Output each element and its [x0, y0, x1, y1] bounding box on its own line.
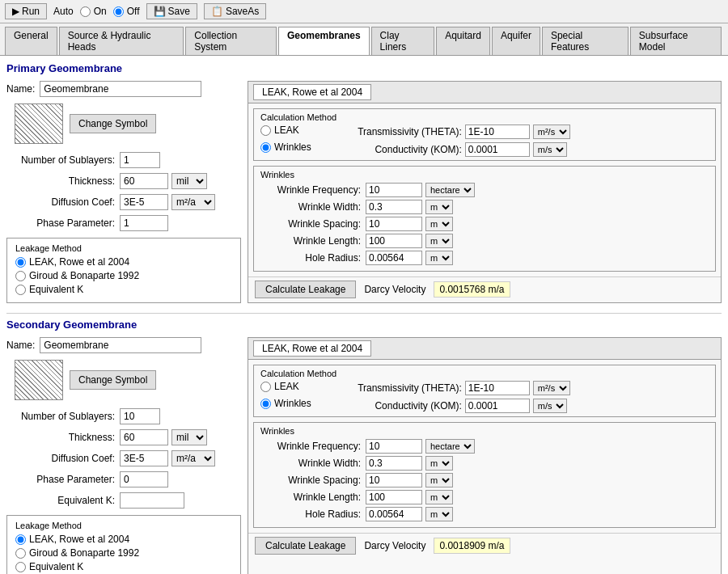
- secondary-phase-input[interactable]: [120, 471, 168, 487]
- secondary-darcy-value: 0.0018909 m/a: [434, 538, 510, 554]
- primary-change-symbol-button[interactable]: Change Symbol: [70, 114, 156, 133]
- secondary-diffusion-input[interactable]: [120, 450, 168, 466]
- primary-hole-radius-input[interactable]: [366, 251, 422, 265]
- tab-aquitard[interactable]: Aquitard: [436, 27, 490, 55]
- primary-length-unit[interactable]: m ft: [425, 234, 453, 248]
- secondary-calc-leak-label: LEAK: [274, 381, 299, 392]
- saveas-button[interactable]: 📋 SaveAs: [204, 3, 266, 19]
- secondary-sublayers-input[interactable]: [120, 408, 160, 424]
- primary-thickness-input[interactable]: [120, 173, 168, 189]
- primary-phase-input[interactable]: [120, 215, 168, 231]
- secondary-calc-wrinkles-radio[interactable]: [260, 399, 271, 409]
- secondary-name-input[interactable]: [40, 337, 201, 353]
- secondary-leakage-method-title: Leakage Method: [15, 521, 232, 530]
- primary-calc-leak-option[interactable]: LEAK: [260, 125, 311, 136]
- primary-name-row: Name:: [6, 81, 241, 97]
- primary-conductivity-unit[interactable]: m/s: [533, 142, 567, 157]
- primary-leak-tab[interactable]: LEAK, Rowe et al 2004: [253, 84, 371, 100]
- primary-diffusion-row: Diffusion Coef: m²/a cm²/s: [6, 194, 241, 210]
- primary-spacing-input[interactable]: [366, 217, 422, 231]
- secondary-spacing-unit[interactable]: m ft: [425, 473, 453, 487]
- primary-width-unit[interactable]: m ft: [425, 200, 453, 214]
- secondary-calc-wrinkles-option[interactable]: Wrinkles: [260, 398, 311, 409]
- secondary-conductivity-unit[interactable]: m/s: [533, 399, 567, 413]
- primary-leak-rowe-radio[interactable]: [15, 257, 26, 268]
- secondary-frequency-unit[interactable]: hectare acre: [425, 439, 475, 454]
- primary-hole-radius-unit[interactable]: m ft: [425, 251, 453, 265]
- primary-calculate-leakage-button[interactable]: Calculate Leakage: [255, 281, 356, 298]
- primary-leak-rowe-option[interactable]: LEAK, Rowe et al 2004: [15, 256, 232, 268]
- secondary-calc-leak-radio[interactable]: [260, 382, 271, 392]
- tab-aquifer[interactable]: Aquifer: [492, 27, 540, 55]
- tab-source-hydraulic[interactable]: Source & Hydraulic Heads: [59, 27, 184, 55]
- secondary-spacing-input[interactable]: [366, 473, 422, 487]
- tab-special-features[interactable]: Special Features: [542, 27, 629, 55]
- primary-giroud-option[interactable]: Giroud & Bonaparte 1992: [15, 270, 232, 281]
- primary-frequency-unit[interactable]: hectare acre: [425, 183, 475, 197]
- secondary-thickness-input[interactable]: [120, 429, 168, 445]
- secondary-giroud-option[interactable]: Giroud & Bonaparte 1992: [15, 547, 232, 559]
- primary-width-row: Wrinkle Width: m ft: [260, 200, 709, 214]
- primary-conductivity-input[interactable]: [465, 142, 530, 157]
- secondary-giroud-radio[interactable]: [15, 548, 26, 559]
- primary-calc-wrinkles-radio[interactable]: [260, 142, 271, 153]
- save-icon: 💾: [154, 6, 166, 17]
- secondary-panel-row: Name: Change Symbol Number of Sublayers:…: [6, 337, 722, 574]
- secondary-hole-radius-input[interactable]: [366, 507, 422, 521]
- primary-transmissivity-input[interactable]: [465, 125, 530, 139]
- primary-calc-wrinkles-option[interactable]: Wrinkles: [260, 141, 311, 153]
- secondary-diffusion-unit[interactable]: m²/a cm²/s: [171, 450, 215, 466]
- secondary-change-symbol-button[interactable]: Change Symbol: [70, 370, 156, 390]
- off-radio[interactable]: [113, 6, 124, 17]
- primary-giroud-radio[interactable]: [15, 271, 26, 281]
- secondary-length-input[interactable]: [366, 490, 422, 504]
- secondary-width-row: Wrinkle Width: m ft: [260, 456, 709, 471]
- secondary-conductivity-input[interactable]: [465, 399, 530, 413]
- primary-section-title: Primary Geomembrane: [6, 62, 722, 74]
- primary-calc-radios: LEAK Wrinkles: [260, 125, 311, 155]
- primary-length-input[interactable]: [366, 234, 422, 248]
- primary-thickness-unit[interactable]: mil mm: [171, 173, 207, 189]
- primary-name-input[interactable]: [40, 81, 201, 97]
- secondary-equivalent-k-option[interactable]: Equivalent K: [15, 561, 232, 572]
- primary-diffusion-unit[interactable]: m²/a cm²/s: [171, 194, 215, 210]
- primary-spacing-unit[interactable]: m ft: [425, 217, 453, 231]
- primary-frequency-input[interactable]: [366, 183, 422, 197]
- secondary-leak-rowe-radio[interactable]: [15, 534, 26, 545]
- secondary-transmissivity-unit[interactable]: m²/s: [533, 381, 570, 395]
- tab-subsurface-model[interactable]: Subsurface Model: [630, 27, 722, 55]
- saveas-icon: 📋: [211, 6, 223, 17]
- secondary-equivalent-k-input[interactable]: [120, 492, 184, 509]
- primary-sublayers-input[interactable]: [120, 152, 160, 168]
- primary-equivalent-k-radio[interactable]: [15, 285, 26, 295]
- save-button[interactable]: 💾 Save: [146, 3, 197, 19]
- primary-diffusion-input[interactable]: [120, 194, 168, 210]
- tab-collection-system[interactable]: Collection System: [185, 27, 277, 55]
- primary-width-input[interactable]: [366, 200, 422, 214]
- primary-calc-leak-radio[interactable]: [260, 125, 271, 136]
- tab-geomembranes[interactable]: Geomembranes: [278, 27, 370, 55]
- tab-general[interactable]: General: [5, 27, 57, 55]
- secondary-hole-radius-unit[interactable]: m ft: [425, 507, 453, 521]
- secondary-equivalent-k-radio[interactable]: [15, 562, 26, 572]
- tab-clay-liners[interactable]: Clay Liners: [371, 27, 435, 55]
- on-radio[interactable]: [80, 6, 91, 17]
- secondary-width-unit[interactable]: m ft: [425, 456, 453, 471]
- secondary-frequency-row: Wrinkle Frequency: hectare acre: [260, 439, 709, 454]
- secondary-calculate-leakage-button[interactable]: Calculate Leakage: [255, 537, 356, 555]
- secondary-frequency-input[interactable]: [366, 439, 422, 454]
- secondary-thickness-unit[interactable]: mil mm: [171, 429, 207, 445]
- primary-thickness-row: Thickness: mil mm: [6, 173, 241, 189]
- secondary-width-input[interactable]: [366, 456, 422, 471]
- run-button[interactable]: ▶ Run: [5, 3, 47, 19]
- primary-equivalent-k-option[interactable]: Equivalent K: [15, 284, 232, 295]
- primary-transmissivity-unit[interactable]: m²/s: [533, 125, 570, 139]
- primary-left-panel: Name: Change Symbol Number of Sublayers:…: [6, 81, 241, 303]
- secondary-transmissivity-input[interactable]: [465, 381, 530, 395]
- off-radio-label[interactable]: Off: [113, 6, 140, 17]
- on-radio-label[interactable]: On: [80, 6, 107, 17]
- secondary-length-unit[interactable]: m ft: [425, 490, 453, 504]
- secondary-leak-rowe-option[interactable]: LEAK, Rowe et al 2004: [15, 534, 232, 545]
- secondary-leak-tab[interactable]: LEAK, Rowe et al 2004: [253, 340, 371, 357]
- secondary-calc-leak-option[interactable]: LEAK: [260, 381, 311, 392]
